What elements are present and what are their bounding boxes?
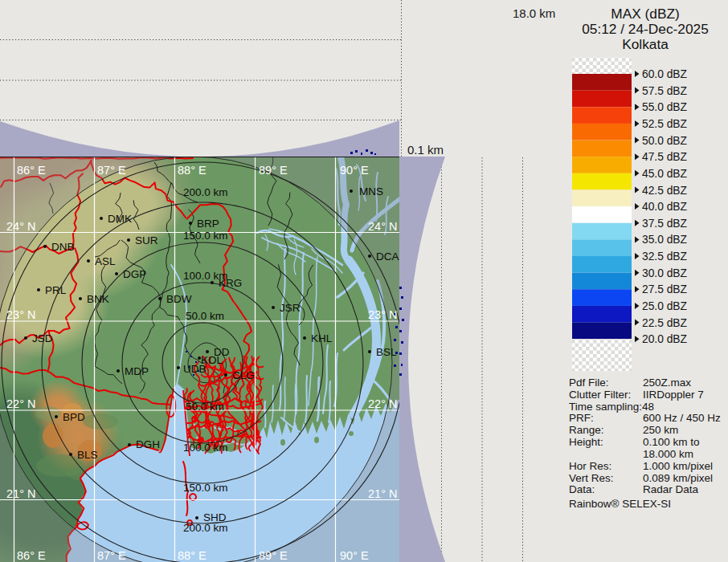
svg-text:Kolkata: Kolkata	[622, 36, 669, 52]
svg-text:BLS: BLS	[77, 449, 98, 461]
svg-text:600 Hz / 450 Hz: 600 Hz / 450 Hz	[643, 412, 721, 424]
svg-text:Clutter Filter:: Clutter Filter:	[569, 389, 631, 401]
svg-text:250Z.max: 250Z.max	[643, 377, 691, 389]
svg-text:55.0 dBZ: 55.0 dBZ	[642, 101, 687, 113]
svg-text:40.0 dBZ: 40.0 dBZ	[642, 201, 687, 213]
svg-text:25.0 dBZ: 25.0 dBZ	[642, 300, 687, 312]
svg-text:JSR: JSR	[280, 302, 301, 314]
svg-text:DNB: DNB	[51, 241, 75, 253]
svg-text:23° N: 23° N	[6, 308, 35, 321]
svg-text:SUR: SUR	[135, 234, 158, 246]
svg-text:88° E: 88° E	[178, 164, 207, 177]
svg-text:90° E: 90° E	[340, 164, 369, 177]
svg-text:45.0 dBZ: 45.0 dBZ	[642, 168, 687, 180]
svg-text:22° N: 22° N	[6, 397, 35, 410]
svg-text:52.5 dBZ: 52.5 dBZ	[642, 118, 687, 130]
svg-text:1.000 km/pixel: 1.000 km/pixel	[643, 460, 713, 472]
svg-text:21° N: 21° N	[6, 487, 35, 500]
svg-text:23° N: 23° N	[368, 308, 397, 321]
svg-text:MNS: MNS	[359, 185, 383, 198]
svg-text:86° E: 86° E	[17, 549, 46, 562]
svg-text:SHD: SHD	[203, 511, 227, 523]
svg-text:BDW: BDW	[166, 293, 192, 305]
svg-text:Time sampling:: Time sampling:	[569, 401, 642, 413]
svg-text:50.0 km: 50.0 km	[186, 310, 224, 322]
svg-text:Height:: Height:	[569, 436, 603, 448]
svg-text:30.0 dBZ: 30.0 dBZ	[642, 267, 687, 279]
svg-text:Radar Data: Radar Data	[643, 483, 699, 495]
svg-text:24° N: 24° N	[368, 220, 397, 233]
svg-text:50.0 dBZ: 50.0 dBZ	[642, 135, 687, 147]
svg-text:35.0 dBZ: 35.0 dBZ	[642, 234, 687, 246]
svg-text:JSD: JSD	[32, 332, 53, 344]
svg-text:KRG: KRG	[219, 277, 242, 289]
svg-text:Range:: Range:	[569, 424, 604, 436]
svg-text:32.5 dBZ: 32.5 dBZ	[642, 250, 687, 263]
svg-text:200.0 km: 200.0 km	[183, 522, 228, 534]
svg-text:60.0 dBZ: 60.0 dBZ	[642, 68, 687, 80]
svg-text:57.5 dBZ: 57.5 dBZ	[642, 85, 687, 97]
svg-text:DGH: DGH	[136, 438, 160, 450]
svg-text:100.0 km: 100.0 km	[183, 442, 228, 454]
svg-text:PRL: PRL	[45, 284, 67, 296]
svg-text:24° N: 24° N	[6, 220, 35, 233]
svg-text:47.5 dBZ: 47.5 dBZ	[642, 151, 687, 163]
svg-text:86° E: 86° E	[17, 164, 46, 177]
svg-text:ASL: ASL	[95, 255, 116, 267]
svg-text:89° E: 89° E	[259, 549, 288, 562]
svg-text:88° E: 88° E	[178, 549, 207, 562]
svg-text:KHL: KHL	[311, 332, 333, 344]
svg-text:MAX (dBZ): MAX (dBZ)	[611, 6, 679, 22]
svg-text:20.0 dBZ: 20.0 dBZ	[642, 333, 687, 345]
svg-text:21° N: 21° N	[368, 487, 397, 500]
svg-text:UDB: UDB	[183, 363, 207, 375]
svg-text:90° E: 90° E	[340, 549, 369, 562]
svg-text:Vert Res:: Vert Res:	[569, 472, 614, 484]
svg-text:0.089 km/pixel: 0.089 km/pixel	[643, 472, 713, 484]
svg-text:27.5 dBZ: 27.5 dBZ	[642, 283, 687, 295]
svg-text:DCA: DCA	[376, 250, 399, 263]
svg-text:87° E: 87° E	[97, 549, 126, 562]
svg-text:MDP: MDP	[125, 365, 149, 377]
svg-text:BPD: BPD	[63, 411, 85, 423]
svg-text:22.5 dBZ: 22.5 dBZ	[642, 317, 687, 329]
svg-text:Data:: Data:	[569, 483, 595, 495]
svg-text:37.5 dBZ: 37.5 dBZ	[642, 218, 687, 230]
svg-text:Pdf File:: Pdf File:	[569, 377, 609, 389]
svg-text:150.0 km: 150.0 km	[183, 482, 228, 494]
svg-text:0.100 km to: 0.100 km to	[643, 436, 700, 448]
svg-text:18.0 km: 18.0 km	[513, 6, 555, 20]
svg-text:22° N: 22° N	[368, 397, 397, 410]
svg-text:05:12 / 24-Dec-2025: 05:12 / 24-Dec-2025	[582, 21, 709, 37]
svg-text:200.0 km: 200.0 km	[183, 186, 228, 198]
svg-text:CLG: CLG	[232, 369, 255, 381]
svg-text:PRF:: PRF:	[569, 412, 594, 424]
svg-text:BSL: BSL	[376, 346, 397, 358]
svg-text:89° E: 89° E	[259, 164, 288, 177]
svg-text:50.0 km: 50.0 km	[186, 401, 224, 413]
svg-text:18.000 km: 18.000 km	[643, 448, 693, 460]
svg-text:0.1 km: 0.1 km	[407, 143, 444, 157]
svg-text:42.5 dBZ: 42.5 dBZ	[642, 185, 687, 197]
svg-text:IIRDoppler 7: IIRDoppler 7	[643, 389, 704, 401]
svg-text:Hor Res:: Hor Res:	[569, 460, 611, 472]
svg-text:BRP: BRP	[197, 218, 219, 230]
svg-text:150.0 km: 150.0 km	[183, 230, 228, 242]
svg-text:250 km: 250 km	[643, 424, 678, 436]
svg-text:87° E: 87° E	[97, 164, 126, 177]
svg-text:48: 48	[642, 401, 654, 413]
svg-text:BNK: BNK	[87, 293, 109, 305]
svg-text:Rainbow® SELEX-SI: Rainbow® SELEX-SI	[569, 498, 671, 510]
svg-text:DMK: DMK	[108, 213, 132, 225]
svg-text:DGP: DGP	[123, 268, 146, 280]
